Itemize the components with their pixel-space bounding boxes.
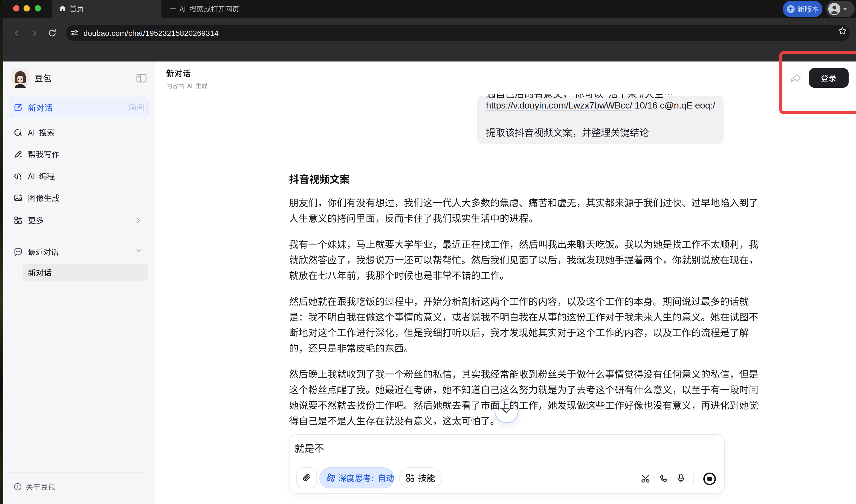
svg-text:A: A bbox=[331, 479, 333, 482]
